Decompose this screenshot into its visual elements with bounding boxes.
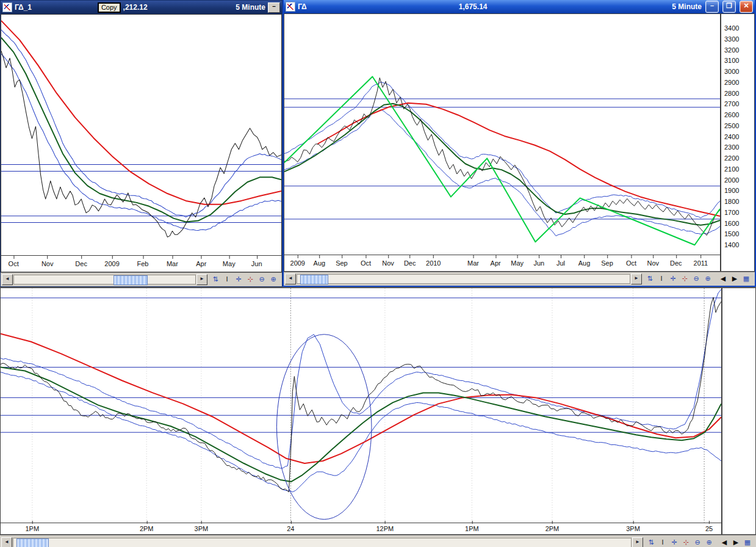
left-plot-area[interactable]: [1, 14, 282, 256]
right-titlebar[interactable]: ΓΔ 1,675.14 5 Minute – ❐ ✕: [284, 0, 755, 13]
y-axis-label: 3400: [724, 25, 739, 32]
zoom-out-icon[interactable]: ⊖: [691, 274, 702, 284]
x-axis-label: Oct: [361, 259, 371, 267]
bottom-scrollbar-track[interactable]: [13, 538, 632, 547]
copy-button[interactable]: Copy: [98, 2, 121, 13]
x-axis-label: Apr: [491, 259, 501, 267]
y-axis-label: 2600: [724, 112, 739, 118]
price-line: [284, 78, 720, 235]
zoom-in-icon[interactable]: ⊕: [702, 274, 713, 284]
trading-app: ΓΔ_1 Copy ,212.12 5 Minute – OctNovDec20…: [0, 0, 756, 547]
right-chart-canvas[interactable]: [284, 14, 720, 255]
x-axis-label: Oct: [9, 260, 19, 267]
zoom-in-icon[interactable]: ⊕: [268, 275, 279, 284]
scroll-right-icon[interactable]: ▶: [729, 274, 740, 284]
x-axis-label: Apr: [196, 260, 206, 267]
scrollbar-left-arrow[interactable]: ◄: [2, 274, 13, 285]
y-axis-label: 2900: [724, 79, 739, 86]
minimize-button[interactable]: –: [705, 1, 719, 13]
bottom-chart-canvas[interactable]: [1, 288, 721, 523]
left-toolbar: ⇅I✛⊹⊖⊕: [208, 275, 281, 284]
bottom-chart-body: 1PM2PM3PM2412PM1PM2PM3PM25: [0, 288, 756, 535]
info-tool-icon[interactable]: I: [657, 538, 668, 547]
pan-tool-icon[interactable]: ✛: [233, 275, 244, 284]
bottom-scrollbar-thumb[interactable]: [16, 538, 49, 547]
scroll-right-icon[interactable]: ▶: [730, 538, 741, 547]
refresh-icon[interactable]: ⇅: [646, 538, 657, 547]
right-scrollbar-thumb[interactable]: [300, 275, 328, 284]
x-axis-label: 3PM: [195, 525, 209, 532]
left-last-price: ,212.12: [123, 3, 148, 12]
scroll-left-icon[interactable]: ◀: [718, 274, 729, 284]
bottom-nav-toolbar: ◀▶▦: [717, 538, 755, 547]
scrollbar-right-arrow[interactable]: ►: [196, 274, 207, 285]
refresh-icon[interactable]: ⇅: [644, 274, 655, 284]
y-axis-label: 1400: [724, 242, 739, 248]
x-axis-label: Mar: [167, 260, 178, 267]
x-axis-label: 2PM: [545, 525, 560, 532]
right-toolbar: ⇅I✛⊹⊖⊕: [643, 274, 715, 284]
zoom-out-icon[interactable]: ⊖: [692, 538, 703, 547]
left-chart-canvas[interactable]: [1, 15, 281, 255]
y-axis-label: 2000: [724, 177, 739, 184]
bottom-plot-area[interactable]: [0, 288, 722, 523]
refresh-icon[interactable]: ⇅: [210, 275, 221, 284]
x-axis-label: Oct: [626, 259, 636, 267]
x-axis-label: Nov: [41, 260, 54, 267]
crosshair-tool-icon[interactable]: ⊹: [245, 275, 256, 284]
x-axis-label: Dec: [670, 259, 682, 267]
grid-view-icon[interactable]: ▦: [742, 538, 753, 547]
y-axis-label: 2500: [724, 123, 739, 129]
y-axis-label: 1600: [724, 220, 739, 227]
zoom-in-icon[interactable]: ⊕: [704, 538, 715, 547]
bottom-status-row: ◄ ► ⇅I✛⊹⊖⊕ ◀▶▦: [0, 535, 756, 547]
price-line: [1, 297, 721, 492]
zoom-out-icon[interactable]: ⊖: [256, 275, 267, 284]
x-axis-label: Nov: [647, 259, 659, 267]
x-axis-label: Dec: [404, 259, 416, 267]
left-interval-label: 5 Minute: [236, 3, 265, 12]
maximize-button[interactable]: ❐: [722, 1, 736, 13]
right-plot-area[interactable]: [284, 13, 721, 255]
scrollbar-left-arrow[interactable]: ◄: [1, 537, 12, 547]
y-axis-label: 3100: [724, 57, 739, 64]
scrollbar-right-arrow[interactable]: ►: [632, 537, 643, 547]
x-axis-label: 2009: [290, 259, 305, 267]
scroll-left-icon[interactable]: ◀: [719, 538, 730, 547]
pan-tool-icon[interactable]: ✛: [669, 538, 680, 547]
x-axis-label: May: [511, 259, 524, 267]
scrollbar-right-arrow[interactable]: ►: [631, 274, 642, 284]
left-titlebar[interactable]: ΓΔ_1 Copy ,212.12 5 Minute –: [1, 1, 282, 14]
crosshair-tool-icon[interactable]: ⊹: [679, 274, 690, 284]
x-axis-label: Sep: [336, 259, 348, 267]
right-last-price: 1,675.14: [459, 2, 488, 11]
left-scrollbar-track[interactable]: [13, 275, 196, 284]
right-scrollbar-track[interactable]: [297, 274, 630, 284]
x-axis-label: Feb: [137, 260, 149, 267]
left-scrollbar-thumb[interactable]: [113, 275, 147, 285]
left-status-row: ◄ ► ⇅I✛⊹⊖⊕: [1, 272, 282, 286]
grid-view-icon[interactable]: ▦: [741, 274, 752, 284]
y-axis-label: 2300: [724, 144, 739, 151]
x-axis-label: Jul: [556, 259, 565, 267]
x-axis-label: 1PM: [26, 525, 40, 532]
x-axis-label: 2009: [104, 260, 119, 267]
close-button[interactable]: ✕: [740, 1, 753, 13]
x-axis-label: Aug: [314, 259, 326, 267]
info-tool-icon[interactable]: I: [221, 275, 232, 284]
right-window-title: ΓΔ: [298, 2, 307, 11]
chart-window-left: ΓΔ_1 Copy ,212.12 5 Minute – OctNovDec20…: [0, 0, 283, 287]
right-nav-toolbar: ◀▶▦: [716, 274, 754, 284]
zigzag-annotation-line: [284, 76, 720, 245]
crosshair-tool-icon[interactable]: ⊹: [680, 538, 691, 547]
scrollbar-left-arrow[interactable]: ◄: [285, 274, 296, 284]
x-axis-label: May: [223, 260, 236, 267]
y-axis-label: 1800: [724, 198, 739, 205]
info-tool-icon[interactable]: I: [656, 274, 667, 284]
left-chart-body: OctNovDec2009FebMarAprMayJun: [1, 14, 282, 272]
ma-fast-green-line: [1, 368, 721, 482]
pan-tool-icon[interactable]: ✛: [668, 274, 679, 284]
x-axis-label: 2011: [694, 259, 708, 267]
x-axis-label: Dec: [75, 260, 87, 267]
minimize-button[interactable]: –: [268, 2, 280, 13]
